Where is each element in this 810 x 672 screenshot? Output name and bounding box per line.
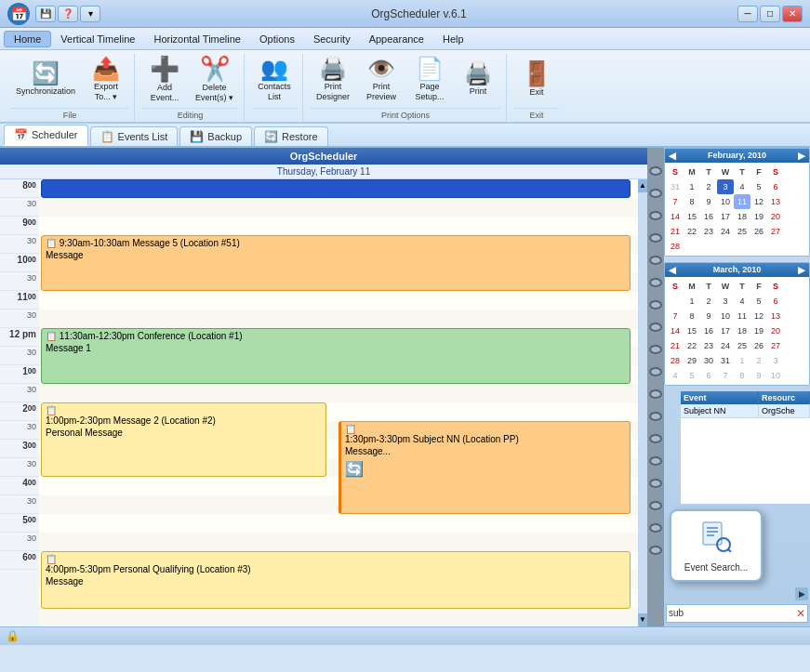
feb-d2[interactable]: 2 bbox=[700, 179, 717, 194]
mar-e5[interactable]: 5 bbox=[684, 368, 700, 383]
event-search-popup[interactable]: Event Search... bbox=[670, 509, 763, 582]
feb-d11[interactable]: 11 bbox=[734, 194, 750, 209]
feb-d4[interactable]: 4 bbox=[734, 179, 750, 194]
mar-e1[interactable]: 1 bbox=[734, 353, 750, 368]
feb-d23[interactable]: 23 bbox=[700, 224, 717, 239]
mar-d1[interactable]: 1 bbox=[684, 294, 700, 309]
print-button[interactable]: 🖨️ Print bbox=[456, 59, 500, 99]
mar-d27[interactable]: 27 bbox=[767, 338, 784, 353]
mar-d14[interactable]: 14 bbox=[667, 323, 684, 338]
mar-d25[interactable]: 25 bbox=[734, 338, 750, 353]
maximize-button[interactable]: □ bbox=[760, 6, 780, 22]
feb-d12[interactable]: 12 bbox=[750, 194, 767, 209]
menu-appearance[interactable]: Appearance bbox=[360, 32, 433, 46]
mar-d6[interactable]: 6 bbox=[767, 294, 784, 309]
feb-d16[interactable]: 16 bbox=[700, 209, 717, 224]
close-button[interactable]: ✕ bbox=[782, 6, 803, 22]
mar-d16[interactable]: 16 bbox=[700, 323, 717, 338]
feb-next-btn[interactable]: ▶ bbox=[798, 151, 805, 161]
menu-vertical-timeline[interactable]: Vertical Timeline bbox=[51, 32, 144, 46]
mar-e7[interactable]: 7 bbox=[717, 368, 734, 383]
event-conference[interactable]: 📋 11:30am-12:30pm Conference (Location #… bbox=[41, 328, 631, 384]
event-qualify[interactable]: 📋 4:00pm-5:30pm Personal Qualifying (Loc… bbox=[41, 551, 631, 609]
mar-e4[interactable]: 4 bbox=[667, 368, 684, 383]
sync-button[interactable]: 🔄 Synchronization bbox=[11, 59, 80, 99]
mar-d3[interactable]: 3 bbox=[717, 294, 734, 309]
tab-restore[interactable]: 🔄 Restore bbox=[254, 126, 328, 146]
search-input[interactable] bbox=[669, 608, 794, 618]
mar-d24[interactable]: 24 bbox=[717, 338, 734, 353]
feb-d3[interactable]: 3 bbox=[717, 179, 734, 194]
feb-d10[interactable]: 10 bbox=[717, 194, 734, 209]
mar-d10[interactable]: 10 bbox=[717, 309, 734, 323]
mar-d19[interactable]: 19 bbox=[750, 323, 767, 338]
mar-e8[interactable]: 8 bbox=[734, 368, 750, 383]
mar-d9[interactable]: 9 bbox=[700, 309, 717, 323]
search-clear-button[interactable]: ✕ bbox=[796, 607, 805, 620]
mar-e9[interactable]: 9 bbox=[750, 368, 767, 383]
mar-e2[interactable]: 2 bbox=[750, 353, 767, 368]
menu-options[interactable]: Options bbox=[250, 32, 304, 46]
feb-d14[interactable]: 14 bbox=[667, 209, 684, 224]
mar-d17[interactable]: 17 bbox=[717, 323, 734, 338]
mar-e3[interactable]: 3 bbox=[767, 353, 784, 368]
mar-d12[interactable]: 12 bbox=[750, 309, 767, 323]
mar-d13[interactable]: 13 bbox=[767, 309, 784, 323]
minimize-button[interactable]: ─ bbox=[737, 6, 758, 22]
print-preview-button[interactable]: 👁️ PrintPreview bbox=[359, 55, 404, 105]
feb-d22[interactable]: 22 bbox=[684, 224, 700, 239]
mar-d7[interactable]: 7 bbox=[667, 309, 684, 323]
exit-button[interactable]: 🚪 Exit bbox=[514, 59, 559, 100]
feb-d21[interactable]: 21 bbox=[667, 224, 684, 239]
feb-d31[interactable]: 31 bbox=[667, 179, 684, 194]
mar-e10[interactable]: 10 bbox=[767, 368, 784, 383]
quick-help-btn[interactable]: ❓ bbox=[58, 6, 78, 22]
mar-d15[interactable]: 15 bbox=[684, 323, 700, 338]
feb-d9[interactable]: 9 bbox=[700, 194, 717, 209]
feb-prev-btn[interactable]: ◀ bbox=[669, 151, 676, 161]
mar-d30[interactable]: 30 bbox=[700, 353, 717, 368]
contacts-list-button[interactable]: 👥 ContactsList bbox=[252, 55, 297, 105]
mar-next-btn[interactable]: ▶ bbox=[798, 265, 805, 275]
event-subnn[interactable]: 📋 1:30pm-3:30pm Subject NN (Location PP)… bbox=[339, 421, 631, 514]
print-designer-button[interactable]: 🖨️ PrintDesigner bbox=[311, 55, 355, 105]
mar-d8[interactable]: 8 bbox=[684, 309, 700, 323]
feb-d8[interactable]: 8 bbox=[684, 194, 700, 209]
mar-d28[interactable]: 28 bbox=[667, 353, 684, 368]
menu-help[interactable]: Help bbox=[433, 32, 473, 46]
scroll-up-arrow[interactable]: ▲ bbox=[638, 179, 647, 192]
feb-d5[interactable]: 5 bbox=[750, 179, 767, 194]
event-list-row-1[interactable]: Subject NN OrgSche bbox=[681, 404, 810, 418]
menu-security[interactable]: Security bbox=[304, 32, 360, 46]
tab-scheduler[interactable]: 📅 Scheduler bbox=[4, 125, 88, 146]
menu-horizontal-timeline[interactable]: Horizontal Timeline bbox=[144, 32, 250, 46]
mar-e6[interactable]: 6 bbox=[700, 368, 717, 383]
feb-d17[interactable]: 17 bbox=[717, 209, 734, 224]
feb-d18[interactable]: 18 bbox=[734, 209, 750, 224]
scheduler-scrollbar[interactable]: ▲ ▼ bbox=[638, 179, 647, 626]
mar-d11[interactable]: 11 bbox=[734, 309, 750, 323]
tab-events-list[interactable]: 📋 Events List bbox=[90, 126, 179, 146]
mar-d23[interactable]: 23 bbox=[700, 338, 717, 353]
event-msg5[interactable]: 📋 9:30am-10:30am Message 5 (Location #51… bbox=[41, 235, 631, 291]
delete-event-button[interactable]: ✂️ DeleteEvent(s) ▾ bbox=[191, 54, 238, 106]
mar-d4[interactable]: 4 bbox=[734, 294, 750, 309]
feb-d27[interactable]: 27 bbox=[767, 224, 784, 239]
mar-d29[interactable]: 29 bbox=[684, 353, 700, 368]
feb-d26[interactable]: 26 bbox=[750, 224, 767, 239]
events-area[interactable]: 📋 9:30am-10:30am Message 5 (Location #51… bbox=[39, 179, 638, 626]
feb-d6[interactable]: 6 bbox=[767, 179, 784, 194]
feb-d13[interactable]: 13 bbox=[767, 194, 784, 209]
mar-d18[interactable]: 18 bbox=[734, 323, 750, 338]
mar-d31[interactable]: 31 bbox=[717, 353, 734, 368]
mar-prev-btn[interactable]: ◀ bbox=[669, 265, 676, 275]
scroll-down-arrow[interactable]: ▼ bbox=[638, 613, 647, 626]
quick-save-btn[interactable]: 💾 bbox=[35, 6, 56, 22]
event-blue-bar[interactable] bbox=[41, 179, 631, 198]
feb-d25[interactable]: 25 bbox=[734, 224, 750, 239]
tab-backup[interactable]: 💾 Backup bbox=[179, 126, 252, 146]
mar-d20[interactable]: 20 bbox=[767, 323, 784, 338]
quick-arrow-btn[interactable]: ▾ bbox=[80, 6, 100, 22]
feb-d7[interactable]: 7 bbox=[667, 194, 684, 209]
export-button[interactable]: 📤 ExportTo... ▾ bbox=[84, 55, 128, 105]
